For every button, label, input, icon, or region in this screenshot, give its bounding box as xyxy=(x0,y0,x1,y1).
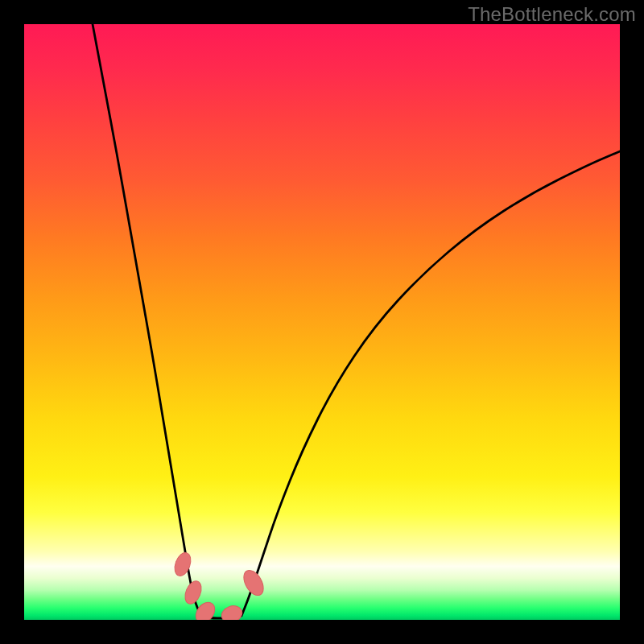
curve-path xyxy=(93,24,620,618)
bottleneck-curve xyxy=(24,24,620,620)
plot-area xyxy=(24,24,620,620)
marker-left-upper xyxy=(171,551,193,578)
watermark-text: TheBottleneck.com xyxy=(468,3,636,26)
marker-floor-right xyxy=(219,603,244,620)
marker-right-slope xyxy=(240,567,267,598)
marker-left-mid xyxy=(182,579,204,607)
valley-markers xyxy=(171,551,267,620)
